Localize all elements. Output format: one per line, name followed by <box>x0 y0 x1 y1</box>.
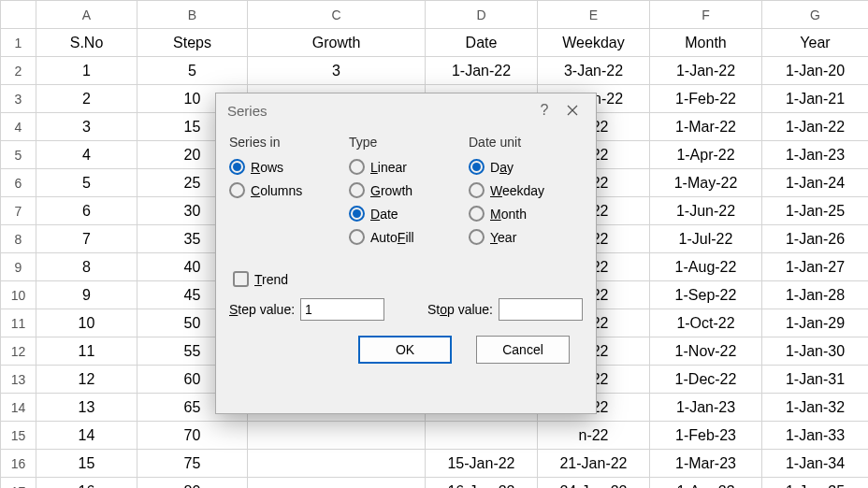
row-header[interactable]: 4 <box>1 113 36 141</box>
radio-date[interactable]: Date <box>349 206 463 222</box>
column-header[interactable]: G <box>762 1 869 29</box>
cell[interactable]: 1 <box>36 57 137 85</box>
cell[interactable]: 1-Jan-23 <box>762 141 869 169</box>
cell[interactable]: 1-Jan-24 <box>762 169 869 197</box>
cell[interactable]: 1-Jun-22 <box>650 197 762 225</box>
cell[interactable]: 3 <box>36 113 137 141</box>
row-header[interactable]: 15 <box>1 422 36 450</box>
column-header[interactable]: C <box>248 1 426 29</box>
cell[interactable]: 1-Jan-25 <box>762 197 869 225</box>
row-header[interactable]: 2 <box>1 57 36 85</box>
radio-growth[interactable]: Growth <box>349 182 463 198</box>
corner-cell[interactable] <box>1 1 36 29</box>
cell[interactable]: 1-Apr-22 <box>650 141 762 169</box>
cell[interactable]: 5 <box>36 169 137 197</box>
trend-checkbox[interactable]: Trend <box>233 271 583 287</box>
cell[interactable]: 4 <box>36 141 137 169</box>
row-header[interactable]: 13 <box>1 366 36 394</box>
cell[interactable]: Year <box>762 29 869 57</box>
radio-day[interactable]: Day <box>469 159 583 175</box>
cell[interactable]: 1-Oct-22 <box>650 309 762 337</box>
column-header[interactable]: E <box>538 1 650 29</box>
cell[interactable]: 16 <box>36 478 137 489</box>
row-header[interactable]: 1 <box>1 29 36 57</box>
cell[interactable]: 1-Jan-34 <box>762 450 869 478</box>
cell[interactable]: 9 <box>36 281 137 309</box>
cell[interactable]: 24-Jan-22 <box>538 478 650 489</box>
cell[interactable]: 75 <box>137 450 248 478</box>
row-header[interactable]: 16 <box>1 450 36 478</box>
help-icon[interactable]: ? <box>530 102 558 119</box>
stop-value-input[interactable] <box>499 298 583 321</box>
row-header[interactable]: 8 <box>1 225 36 253</box>
row-header[interactable]: 10 <box>1 281 36 309</box>
row-header[interactable]: 12 <box>1 337 36 366</box>
cell[interactable]: 1-Jul-22 <box>650 225 762 253</box>
cell[interactable]: 3 <box>248 57 426 85</box>
cell[interactable]: 1-Jan-22 <box>762 113 869 141</box>
cell[interactable]: 3-Jan-22 <box>538 57 650 85</box>
radio-weekday[interactable]: Weekday <box>469 182 583 198</box>
ok-button[interactable]: OK <box>358 336 452 364</box>
row-header[interactable]: 3 <box>1 85 36 113</box>
cell[interactable]: 1-Mar-22 <box>650 113 762 141</box>
cell[interactable]: 12 <box>36 366 137 394</box>
cell[interactable]: Weekday <box>538 29 650 57</box>
cell[interactable]: 1-Jan-35 <box>762 478 869 489</box>
row-header[interactable]: 14 <box>1 394 36 422</box>
radio-year[interactable]: Year <box>469 229 583 245</box>
row-header[interactable]: 11 <box>1 309 36 337</box>
cell[interactable]: 1-Jan-20 <box>762 57 869 85</box>
cell[interactable]: 1-Sep-22 <box>650 281 762 309</box>
cell[interactable]: 1-Jan-21 <box>762 85 869 113</box>
cell[interactable]: 7 <box>36 225 137 253</box>
cell[interactable]: 1-Jan-28 <box>762 281 869 309</box>
column-header[interactable]: D <box>426 1 538 29</box>
cell[interactable]: S.No <box>36 29 137 57</box>
cell[interactable] <box>248 478 426 489</box>
cell[interactable]: 1-Jan-26 <box>762 225 869 253</box>
cell[interactable]: 1-Jan-32 <box>762 394 869 422</box>
row-header[interactable]: 6 <box>1 169 36 197</box>
column-header[interactable]: F <box>650 1 762 29</box>
radio-autofill[interactable]: AutoFill <box>349 229 463 245</box>
cell[interactable]: Date <box>426 29 538 57</box>
cell[interactable]: 1-Jan-33 <box>762 422 869 450</box>
step-value-input[interactable] <box>300 298 384 321</box>
cell[interactable] <box>426 422 538 450</box>
cell[interactable]: 1-Jan-31 <box>762 366 869 394</box>
cell[interactable]: 1-Feb-22 <box>650 85 762 113</box>
cell[interactable]: 1-Nov-22 <box>650 337 762 366</box>
cell[interactable]: 16-Jan-22 <box>426 478 538 489</box>
cell[interactable]: 6 <box>36 197 137 225</box>
row-header[interactable]: 5 <box>1 141 36 169</box>
cell[interactable]: 70 <box>137 422 248 450</box>
column-header[interactable]: B <box>137 1 248 29</box>
cell[interactable]: 15 <box>36 450 137 478</box>
cell[interactable]: 1-Jan-27 <box>762 253 869 281</box>
cell[interactable]: 80 <box>137 478 248 489</box>
cell[interactable]: Growth <box>248 29 426 57</box>
cell[interactable] <box>248 422 426 450</box>
cell[interactable]: 1-Mar-23 <box>650 450 762 478</box>
cell[interactable]: 21-Jan-22 <box>538 450 650 478</box>
cell[interactable]: 1-Aug-22 <box>650 253 762 281</box>
row-header[interactable]: 9 <box>1 253 36 281</box>
cell[interactable]: Steps <box>137 29 248 57</box>
column-header[interactable]: A <box>36 1 137 29</box>
radio-month[interactable]: Month <box>469 206 583 222</box>
row-header[interactable]: 7 <box>1 197 36 225</box>
cell[interactable]: 1-Feb-23 <box>650 422 762 450</box>
cell[interactable]: 13 <box>36 394 137 422</box>
cell[interactable]: 11 <box>36 337 137 366</box>
cell[interactable]: 1-Apr-23 <box>650 478 762 489</box>
cell[interactable] <box>248 450 426 478</box>
cell[interactable]: 8 <box>36 253 137 281</box>
cell[interactable]: 1-May-22 <box>650 169 762 197</box>
cancel-button[interactable]: Cancel <box>476 336 570 364</box>
cell[interactable]: 1-Dec-22 <box>650 366 762 394</box>
radio-columns[interactable]: Columns <box>229 182 343 198</box>
cell[interactable]: 1-Jan-22 <box>650 57 762 85</box>
cell[interactable]: 2 <box>36 85 137 113</box>
cell[interactable]: 10 <box>36 309 137 337</box>
